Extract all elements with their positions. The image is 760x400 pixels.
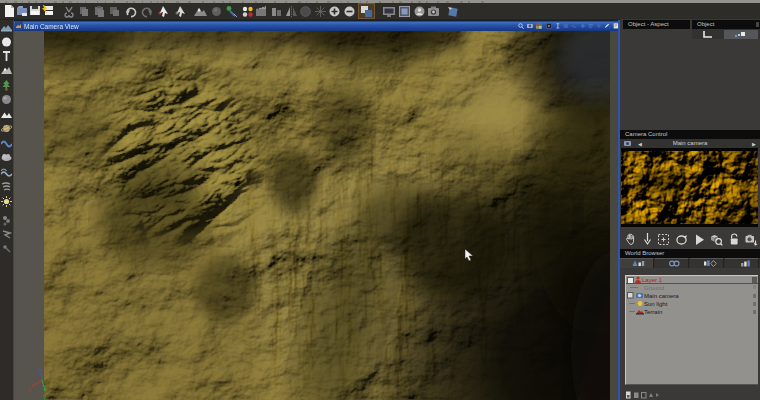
svg-text:y: y [43,393,47,400]
svg-text:x: x [29,386,33,393]
svg-text:z: z [37,367,40,374]
